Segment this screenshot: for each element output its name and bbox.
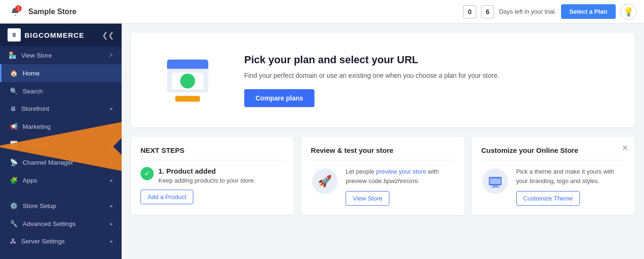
svg-point-5: [180, 74, 195, 89]
compare-plans-button[interactable]: Compare plans: [244, 89, 314, 107]
sidebar: B BIGCOMMERCE ❮❮ 🏪 View Store ➚ 🏠 Home 🔍: [0, 24, 122, 259]
sidebar-item-channel-manager[interactable]: 📡 Channel Manager ▸: [0, 153, 122, 171]
sidebar-header: B BIGCOMMERCE ❮❮: [0, 24, 122, 46]
header-left: 1 Sample Store: [8, 4, 76, 19]
customize-theme-button[interactable]: Customize Theme: [516, 191, 580, 206]
notification-badge: 1: [15, 5, 22, 12]
store-icon: 🏪: [8, 51, 17, 59]
product-added-row: ✓ 1. Product added Keep adding products …: [140, 167, 284, 184]
sidebar-item-search[interactable]: 🔍 Search: [0, 82, 122, 100]
chevron-right-icon: ▸: [110, 106, 113, 112]
card-customize-content: Pick a theme and make it yours with your…: [481, 167, 625, 206]
svg-rect-11: [493, 185, 498, 187]
sidebar-item-view-store[interactable]: 🏪 View Store ➚: [0, 46, 122, 64]
chevron-right-icon: ▸: [110, 124, 113, 130]
search-label: Search: [23, 88, 43, 95]
channel-icon: 📡: [10, 159, 18, 166]
advanced-settings-icon: 🔧: [10, 220, 18, 227]
store-setup-icon: ⚙️: [10, 202, 18, 209]
view-store-button[interactable]: View Store: [346, 191, 389, 206]
collapse-sidebar-button[interactable]: ❮❮: [102, 31, 114, 40]
banner-description: Find your perfect domain or use an exist…: [244, 71, 499, 81]
header: 1 Sample Store 0 6 Days left in your tri…: [0, 0, 644, 24]
apps-icon: 🧩: [10, 176, 18, 184]
marketing-icon: 📢: [10, 123, 18, 130]
notification-button[interactable]: 1: [8, 4, 23, 19]
customize-description: Pick a theme and make it yours with your…: [516, 167, 625, 185]
card-customize: ✕ Customize your Online Store Pick a: [472, 137, 635, 215]
home-label: Home: [23, 70, 40, 77]
trial-day1: 0: [463, 5, 476, 18]
preview-store-link[interactable]: preview your store: [376, 168, 426, 175]
sidebar-item-analytics[interactable]: 📊 Analytics ▸: [0, 135, 122, 153]
sidebar-item-store-setup[interactable]: ⚙️ Store Setup ▸: [0, 197, 122, 215]
external-link-icon: ➚: [108, 52, 113, 58]
svg-rect-6: [175, 96, 200, 101]
card-review-title: Review & test your store: [311, 146, 454, 160]
card-review-test: Review & test your store 🚀 Let people pr…: [301, 137, 464, 215]
card-next-steps: NEXT STEPS ✓ 1. Product added Keep addin…: [131, 137, 294, 215]
trial-day2: 6: [481, 5, 494, 18]
trial-text: Days left in your trial.: [499, 8, 556, 15]
channel-manager-label: Channel Manager: [23, 159, 73, 166]
analytics-icon: 📊: [10, 141, 18, 148]
sidebar-item-storefront[interactable]: 🖥 Storefront ▸: [0, 100, 122, 117]
rocket-icon: 🚀: [311, 167, 339, 195]
chevron-right-icon: ▸: [110, 238, 113, 244]
home-icon: 🏠: [10, 69, 18, 77]
card-customize-title: Customize your Online Store: [481, 146, 625, 160]
step1-label: 1. Product added: [158, 167, 256, 175]
logo-area: B BIGCOMMERCE: [8, 28, 84, 42]
select-plan-button[interactable]: Select a Plan: [561, 4, 616, 19]
chevron-right-icon: ▸: [110, 159, 113, 166]
chevron-right-icon: ▸: [110, 221, 113, 227]
review-description: Let people preview your store with previ…: [346, 167, 454, 185]
store-name: Sample Store: [28, 8, 76, 16]
review-desc-prefix: Let people: [346, 168, 376, 175]
main-layout: B BIGCOMMERCE ❮❮ 🏪 View Store ➚ 🏠 Home 🔍: [0, 24, 644, 259]
logo-icon: B: [8, 28, 21, 42]
server-settings-icon: 🖧: [10, 238, 17, 245]
step1-desc: Keep adding products to your store.: [158, 177, 256, 184]
sidebar-item-marketing[interactable]: 📢 Marketing ▸: [0, 117, 122, 135]
card-review-content: 🚀 Let people preview your store with pre…: [311, 167, 454, 206]
check-circle-icon: ✓: [140, 167, 154, 180]
apps-label: Apps: [23, 177, 37, 184]
marketing-label: Marketing: [23, 123, 50, 130]
svg-rect-3: [167, 66, 208, 68]
card-next-steps-title: NEXT STEPS: [140, 146, 284, 160]
close-card-button[interactable]: ✕: [622, 143, 628, 152]
sidebar-item-server-settings[interactable]: 🖧 Server Settings ▸: [0, 233, 122, 250]
storefront-label: Storefront: [21, 105, 49, 112]
svg-text:🚀: 🚀: [318, 174, 332, 188]
sidebar-item-apps[interactable]: 🧩 Apps ▸: [0, 171, 122, 189]
storefront-icon: 🖥: [10, 105, 17, 112]
svg-rect-13: [490, 178, 501, 184]
lightbulb-button[interactable]: 💡: [620, 4, 636, 20]
chevron-right-icon: ▸: [110, 142, 113, 148]
sidebar-item-advanced-settings[interactable]: 🔧 Advanced Settings ▸: [0, 215, 122, 233]
search-icon: 🔍: [10, 87, 18, 95]
server-settings-label: Server Settings: [21, 238, 65, 245]
banner-illustration: [150, 47, 225, 113]
monitor-icon: [481, 167, 510, 195]
header-right: 0 6 Days left in your trial. Select a Pl…: [463, 4, 636, 20]
analytics-label: Analytics: [23, 141, 48, 148]
view-store-label: View Store: [21, 52, 52, 59]
svg-rect-12: [491, 187, 500, 188]
add-product-button[interactable]: Add a Product: [140, 190, 193, 204]
advanced-settings-label: Advanced Settings: [23, 220, 76, 227]
store-setup-label: Store Setup: [23, 202, 56, 209]
chevron-right-icon: ▸: [110, 177, 113, 184]
logo-text: BIGCOMMERCE: [25, 31, 84, 39]
banner-text: Pick your plan and select your URL Find …: [244, 54, 499, 107]
sidebar-item-home[interactable]: 🏠 Home: [0, 64, 122, 82]
chevron-right-icon: ▸: [110, 203, 113, 209]
main-content: Pick your plan and select your URL Find …: [122, 24, 644, 259]
banner-card: Pick your plan and select your URL Find …: [131, 33, 635, 127]
cards-row: NEXT STEPS ✓ 1. Product added Keep addin…: [131, 137, 635, 215]
banner-title: Pick your plan and select your URL: [244, 54, 499, 66]
preview-code: bpwzhnnsmi.: [384, 177, 420, 184]
